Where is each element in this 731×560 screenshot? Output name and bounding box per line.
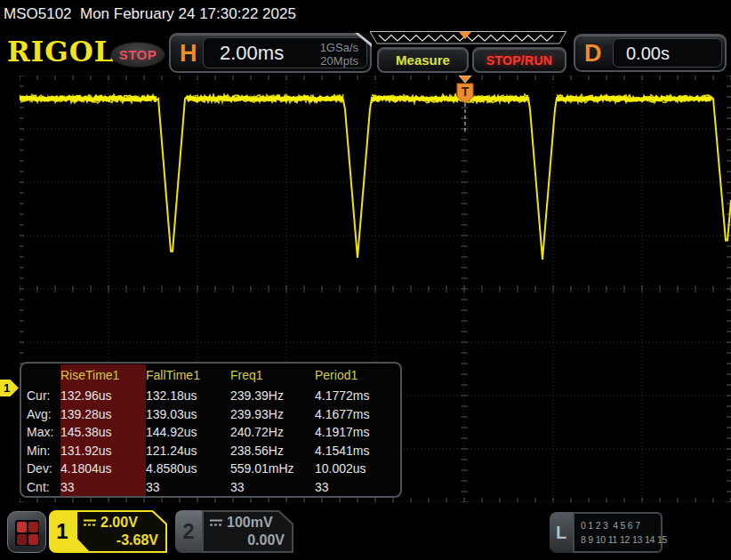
stat-row-label: Cnt: [25,478,60,497]
channel1-ground-marker[interactable]: 1 [0,380,19,396]
measurement-value: 121.24us [146,442,230,460]
la-channels-row2: 8 9 10 11 12 13 14 15 [581,532,661,547]
measurement-value: 139.28us [60,405,146,424]
delay-value: 0.00s [626,43,670,63]
oscilloscope-screen: MSO5102 Mon February 24 17:30:22 2025 RI… [0,0,731,560]
stat-row-label: Min: [25,442,60,460]
measurement-value: 4.1804us [60,460,146,478]
table-corner [25,364,60,387]
grid-menu-icon [15,520,39,546]
acquisition-status-badge: STOP [110,42,165,68]
graticule-area: T 1 RiseTime1FallTime1Freq1Period1Cur:13… [0,76,731,502]
measurement-value: 33 [60,478,146,497]
sample-rate: 1GSa/s [320,41,358,54]
measurement-value: 33 [315,478,400,497]
channel2-control[interactable]: 100mV 0.00V [202,510,293,553]
measurement-value: 4.1917ms [315,423,400,442]
stat-row-label: Dev: [25,460,60,478]
d-label: D [584,39,602,67]
channel2-offset: 0.00V [247,532,285,548]
measurement-value: 33 [146,478,230,497]
measurement-column-header: FallTime1 [146,364,230,387]
top-info-bar: MSO5102 Mon February 24 17:30:22 2025 [4,5,296,23]
measurement-value: 239.39Hz [230,387,315,405]
acquisition-info: 1GSa/s 20Mpts [320,41,358,68]
measurement-value: 132.96us [60,387,146,405]
measurement-value: 239.93Hz [230,405,315,424]
timebase-value: 2.00ms [220,42,284,65]
channel1-offset: -3.68V [116,532,158,548]
svg-text:T: T [462,84,470,99]
channel1-control[interactable]: 2.00V -3.68V [76,510,167,553]
measurement-value: 238.56Hz [230,442,315,460]
stat-row-label: Max: [25,423,60,442]
la-channels-row1: 0 1 2 3 4 5 6 7 [581,518,661,532]
timebase-display: 2.00ms 1GSa/s 20Mpts [203,37,367,68]
waveform-overview-strip[interactable] [370,31,566,44]
logic-analyzer-control[interactable]: 0 1 2 3 4 5 6 7 8 9 10 11 12 13 14 15 [573,512,663,553]
logic-analyzer-badge[interactable]: L [550,512,573,553]
measure-button[interactable]: Measure [377,47,469,73]
stat-row-label: Cur: [25,387,60,405]
channel1-badge[interactable]: 1 [49,510,76,553]
measurement-table: RiseTime1FallTime1Freq1Period1Cur:132.96… [20,362,402,498]
measurement-value: 240.72Hz [230,423,315,442]
channel1-trace [20,97,731,260]
channel1-scale: 2.00V [100,515,138,531]
measurement-value: 132.18us [146,387,230,405]
stat-row-label: Avg: [25,405,60,424]
measurement-column-header: Freq1 [230,364,315,387]
measurement-value: 10.002us [315,460,400,478]
measurement-value: 139.03us [146,405,230,424]
measurement-value: 4.1541ms [315,442,400,460]
measurement-value: 4.8580us [146,460,230,478]
delay-panel[interactable]: D 0.00s [574,34,727,72]
channel2-badge[interactable]: 2 [175,510,202,553]
channel2-scale: 100mV [227,515,273,531]
dc-coupling-icon [83,518,97,527]
trigger-marker[interactable]: T [457,76,473,132]
horizontal-timebase-panel[interactable]: H 2.00ms 1GSa/s 20Mpts [169,33,372,73]
bottom-bar: 1 2.00V -3.68V 2 100mV 0. [0,502,731,560]
measurement-column-header: Period1 [315,364,400,387]
menu-button[interactable] [7,511,46,553]
dc-coupling-icon [209,518,223,527]
measurement-value: 33 [230,478,315,497]
measurement-column-header: RiseTime1 [60,364,146,387]
measurement-value: 4.1772ms [315,387,400,405]
trigger-edge-triangle-icon [459,76,471,83]
measurement-value: 559.01mHz [230,460,315,478]
delay-display: 0.00s [613,38,722,68]
h-label: H [180,39,197,67]
measurement-value: 145.38us [60,423,146,442]
memory-depth: 20Mpts [320,54,358,68]
rigol-logo: RIGOL [7,36,115,68]
measurement-value: 4.1677ms [315,405,400,424]
stop-run-button[interactable]: STOP/RUN [472,47,566,73]
measurement-value: 131.92us [60,442,146,460]
measurement-value: 144.92us [146,423,230,442]
